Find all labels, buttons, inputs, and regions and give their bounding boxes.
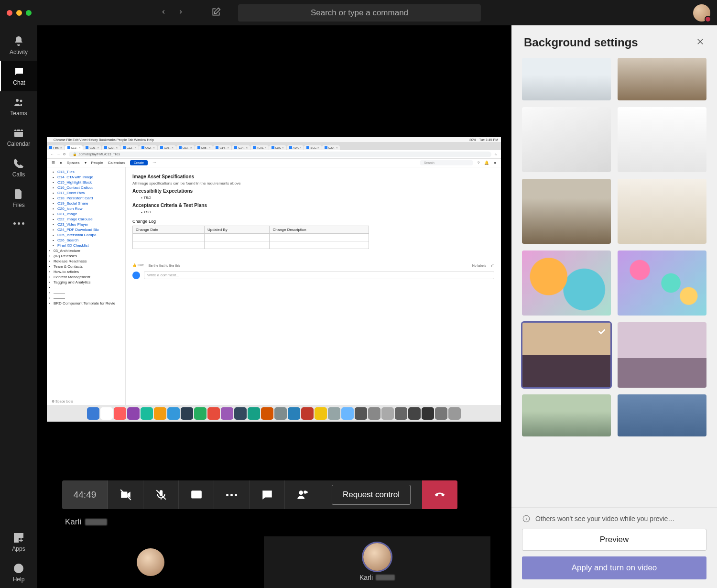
browser-tab: Final ×	[47, 145, 65, 150]
check-icon	[597, 326, 607, 337]
background-option[interactable]	[618, 58, 706, 100]
forward-button[interactable]	[177, 9, 184, 17]
dock-app-icon	[355, 407, 367, 420]
dock-app-icon	[435, 407, 447, 420]
close-panel-button[interactable]	[696, 37, 705, 48]
comment-avatar	[132, 272, 140, 279]
befirst-label: Be the first to like this	[149, 264, 181, 267]
close-window-button[interactable]	[7, 10, 12, 16]
rail-files[interactable]: Files	[0, 183, 37, 214]
browser-tab: C05_ ×	[158, 145, 176, 150]
space-tools-link: ⚙ Space tools	[52, 400, 73, 403]
background-option[interactable]	[522, 107, 611, 172]
background-option[interactable]	[618, 107, 706, 172]
browser-tab: C20_ ×	[322, 145, 340, 150]
background-option[interactable]	[522, 179, 611, 244]
rail-teams[interactable]: Teams	[0, 91, 37, 122]
camera-toggle[interactable]	[108, 480, 143, 509]
more-actions-button[interactable]	[214, 480, 250, 509]
background-option[interactable]	[522, 58, 611, 100]
clock-label: Tue 1:45 PM	[479, 138, 498, 142]
background-option[interactable]	[522, 394, 611, 437]
search-input[interactable]: Search or type a command	[238, 4, 481, 22]
sidebar-item: C24_PDF Download Blo	[47, 227, 125, 232]
participant-name: Karli	[359, 574, 373, 581]
shared-mac-dock	[47, 405, 501, 422]
sidebar-item: Tagging and Analytics	[47, 280, 125, 285]
browser-tab: C14_ ×	[232, 145, 250, 150]
rail-help[interactable]: Help	[0, 557, 37, 588]
sidebar-item: C16_Contact Callout	[47, 185, 125, 190]
svg-rect-5	[14, 538, 18, 542]
sidebar-item: ———	[47, 285, 125, 290]
sidebar-item: C15_Highlight Block	[47, 180, 125, 185]
dock-app-icon	[261, 407, 273, 420]
presenter-label: Karli	[65, 517, 107, 527]
dock-app-icon	[87, 407, 99, 420]
request-control-button[interactable]: Request control	[332, 485, 411, 505]
mic-toggle[interactable]	[143, 480, 179, 509]
svg-rect-2	[14, 130, 23, 137]
background-settings-panel: Background settings Others won't see you…	[511, 25, 717, 588]
background-option[interactable]	[522, 250, 611, 316]
sidebar-item: Release Readiness	[47, 259, 125, 264]
background-option[interactable]	[618, 394, 706, 437]
note-text: Others won't see your video while you pr…	[535, 515, 674, 523]
rail-label: Calls	[12, 171, 25, 178]
dock-app-icon	[194, 407, 206, 420]
sidebar-item: Team & Contacts	[47, 264, 125, 269]
maximize-window-button[interactable]	[26, 10, 32, 16]
titlebar: Search or type a command	[0, 0, 717, 25]
preview-note: Others won't see your video while you pr…	[522, 514, 706, 523]
dock-app-icon	[181, 407, 193, 420]
background-option[interactable]	[618, 322, 706, 387]
apply-button[interactable]: Apply and turn on video	[522, 556, 706, 579]
background-option[interactable]	[618, 179, 706, 244]
nav-spaces: Spaces	[67, 161, 80, 165]
nav-controls	[160, 9, 184, 17]
rail-calls[interactable]: Calls	[0, 152, 37, 183]
rail-apps[interactable]: Apps	[0, 527, 37, 557]
dock-app-icon	[301, 407, 314, 420]
hangup-button[interactable]	[422, 480, 457, 509]
shared-browser-tabs: Final ×C13_ ×C06_ ×C20_ ×C12_ ×C02_ ×C05…	[47, 142, 501, 150]
sidebar-item: (IR) Releases	[47, 253, 125, 259]
dock-app-icon	[234, 407, 247, 420]
shared-confluence-header: ☰● Spaces▾ People Calendars Create ⋯ Sea…	[47, 159, 501, 167]
sidebar-item: Content Management	[47, 274, 125, 280]
browser-tab: LDC ×	[269, 145, 286, 150]
like-label: Like	[138, 263, 144, 267]
background-grid	[511, 56, 717, 507]
sidebar-item: Final XD Checklist	[47, 243, 125, 248]
participants-toggle[interactable]	[285, 480, 320, 509]
svg-rect-4	[19, 534, 23, 537]
subtext: All image specifications can be found in…	[132, 181, 494, 185]
svg-point-11	[299, 491, 303, 494]
sidebar-item: C25_Interstitial Compo	[47, 232, 125, 238]
dock-app-icon	[274, 407, 287, 420]
col-change-date: Change Date	[133, 226, 205, 234]
minimize-window-button[interactable]	[16, 10, 22, 16]
chat-toggle[interactable]	[250, 480, 285, 509]
participant-tile[interactable]: Karli	[264, 536, 490, 588]
back-button[interactable]	[160, 9, 167, 17]
col-updated-by: Updated By	[204, 226, 270, 234]
rail-chat[interactable]: Chat	[0, 61, 37, 91]
battery-label: 80%	[469, 138, 476, 142]
sidebar-item: BRD Component Template for Revie	[47, 301, 125, 306]
rail-calendar[interactable]: Calendar	[0, 122, 37, 152]
dock-app-icon	[141, 407, 153, 420]
participant-tile[interactable]	[37, 536, 264, 588]
rail-activity[interactable]: Activity	[0, 30, 37, 61]
background-option[interactable]	[522, 322, 611, 387]
sidebar-item: 03_Architecture	[47, 248, 125, 253]
preview-button[interactable]: Preview	[522, 529, 706, 551]
user-avatar[interactable]	[693, 4, 710, 22]
background-option[interactable]	[618, 250, 706, 316]
rail-more[interactable]	[0, 214, 37, 233]
svg-rect-3	[14, 534, 18, 537]
browser-tab: ADA ×	[287, 145, 304, 150]
compose-button[interactable]	[211, 7, 221, 19]
sidebar-item: ———	[47, 290, 125, 295]
share-button[interactable]	[179, 480, 214, 509]
